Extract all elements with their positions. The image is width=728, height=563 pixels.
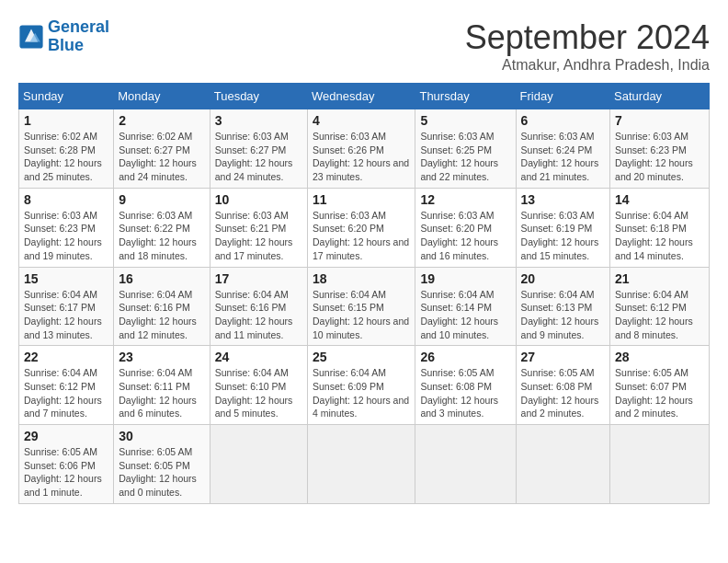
day-info: Sunrise: 6:03 AMSunset: 6:24 PMDaylight:… xyxy=(521,130,606,184)
day-info: Sunrise: 6:04 AMSunset: 6:10 PMDaylight:… xyxy=(215,366,302,420)
calendar-day-cell: 28Sunrise: 6:05 AMSunset: 6:07 PMDayligh… xyxy=(610,346,710,425)
day-info: Sunrise: 6:04 AMSunset: 6:12 PMDaylight:… xyxy=(24,366,108,420)
calendar-day-cell: 6Sunrise: 6:03 AMSunset: 6:24 PMDaylight… xyxy=(516,109,610,189)
day-number: 29 xyxy=(24,429,108,443)
logo-icon xyxy=(18,24,44,50)
calendar-day-cell: 4Sunrise: 6:03 AMSunset: 6:26 PMDaylight… xyxy=(308,109,415,189)
calendar-day-cell: 30Sunrise: 6:05 AMSunset: 6:05 PMDayligh… xyxy=(114,425,210,504)
day-info: Sunrise: 6:02 AMSunset: 6:28 PMDaylight:… xyxy=(24,130,108,184)
day-number: 18 xyxy=(313,271,410,286)
day-number: 26 xyxy=(420,350,510,364)
calendar-week-row: 22Sunrise: 6:04 AMSunset: 6:12 PMDayligh… xyxy=(19,346,710,425)
day-info: Sunrise: 6:02 AMSunset: 6:27 PMDaylight:… xyxy=(119,130,204,184)
day-info: Sunrise: 6:05 AMSunset: 6:08 PMDaylight:… xyxy=(420,366,510,420)
calendar-day-cell: 9Sunrise: 6:03 AMSunset: 6:22 PMDaylight… xyxy=(114,188,210,267)
calendar-day-cell: 21Sunrise: 6:04 AMSunset: 6:12 PMDayligh… xyxy=(610,267,710,346)
calendar-day-cell: 23Sunrise: 6:04 AMSunset: 6:11 PMDayligh… xyxy=(114,346,210,425)
calendar-day-cell: 24Sunrise: 6:04 AMSunset: 6:10 PMDayligh… xyxy=(210,346,307,425)
day-number: 2 xyxy=(119,113,204,128)
calendar-day-cell: 25Sunrise: 6:04 AMSunset: 6:09 PMDayligh… xyxy=(308,346,415,425)
calendar-day-cell: 19Sunrise: 6:04 AMSunset: 6:14 PMDayligh… xyxy=(415,267,516,346)
day-number: 3 xyxy=(215,113,302,128)
col-sunday: Sunday xyxy=(19,84,114,109)
col-wednesday: Wednesday xyxy=(308,84,415,109)
day-info: Sunrise: 6:03 AMSunset: 6:23 PMDaylight:… xyxy=(615,130,704,184)
day-info: Sunrise: 6:04 AMSunset: 6:15 PMDaylight:… xyxy=(313,288,410,342)
calendar-day-cell: 26Sunrise: 6:05 AMSunset: 6:08 PMDayligh… xyxy=(415,346,516,425)
day-number: 4 xyxy=(313,113,410,128)
calendar-day-cell xyxy=(308,425,415,504)
logo: General Blue xyxy=(18,18,109,55)
calendar-week-row: 29Sunrise: 6:05 AMSunset: 6:06 PMDayligh… xyxy=(19,425,710,504)
day-info: Sunrise: 6:03 AMSunset: 6:21 PMDaylight:… xyxy=(215,209,302,263)
calendar-day-cell: 2Sunrise: 6:02 AMSunset: 6:27 PMDaylight… xyxy=(114,109,210,189)
month-title: September 2024 xyxy=(465,18,710,57)
calendar-day-cell: 29Sunrise: 6:05 AMSunset: 6:06 PMDayligh… xyxy=(19,425,114,504)
day-number: 27 xyxy=(521,350,606,364)
day-info: Sunrise: 6:04 AMSunset: 6:09 PMDaylight:… xyxy=(313,366,410,420)
day-info: Sunrise: 6:05 AMSunset: 6:06 PMDaylight:… xyxy=(24,445,108,500)
calendar-header-row: Sunday Monday Tuesday Wednesday Thursday… xyxy=(19,84,710,109)
calendar-day-cell: 27Sunrise: 6:05 AMSunset: 6:08 PMDayligh… xyxy=(516,346,610,425)
day-info: Sunrise: 6:04 AMSunset: 6:11 PMDaylight:… xyxy=(119,366,204,420)
day-number: 15 xyxy=(24,271,108,286)
col-friday: Friday xyxy=(516,84,610,109)
calendar-day-cell: 7Sunrise: 6:03 AMSunset: 6:23 PMDaylight… xyxy=(610,109,710,189)
day-number: 5 xyxy=(420,113,510,128)
calendar-day-cell: 15Sunrise: 6:04 AMSunset: 6:17 PMDayligh… xyxy=(19,267,114,346)
day-info: Sunrise: 6:04 AMSunset: 6:14 PMDaylight:… xyxy=(420,288,510,342)
day-info: Sunrise: 6:03 AMSunset: 6:26 PMDaylight:… xyxy=(313,130,410,184)
day-number: 22 xyxy=(24,350,108,364)
calendar-day-cell: 17Sunrise: 6:04 AMSunset: 6:16 PMDayligh… xyxy=(210,267,307,346)
day-info: Sunrise: 6:03 AMSunset: 6:23 PMDaylight:… xyxy=(24,209,108,263)
page-header: General Blue September 2024 Atmakur, And… xyxy=(18,18,710,74)
calendar-table: Sunday Monday Tuesday Wednesday Thursday… xyxy=(18,83,710,504)
calendar-week-row: 8Sunrise: 6:03 AMSunset: 6:23 PMDaylight… xyxy=(19,188,710,267)
day-number: 20 xyxy=(521,271,606,286)
calendar-day-cell: 1Sunrise: 6:02 AMSunset: 6:28 PMDaylight… xyxy=(19,109,114,189)
day-info: Sunrise: 6:04 AMSunset: 6:16 PMDaylight:… xyxy=(215,288,302,342)
calendar-day-cell: 12Sunrise: 6:03 AMSunset: 6:20 PMDayligh… xyxy=(415,188,516,267)
day-number: 23 xyxy=(119,350,204,364)
day-info: Sunrise: 6:05 AMSunset: 6:07 PMDaylight:… xyxy=(615,366,704,420)
day-info: Sunrise: 6:03 AMSunset: 6:27 PMDaylight:… xyxy=(215,130,302,184)
day-number: 19 xyxy=(420,271,510,286)
day-number: 30 xyxy=(119,429,204,443)
day-info: Sunrise: 6:05 AMSunset: 6:05 PMDaylight:… xyxy=(119,445,204,500)
day-info: Sunrise: 6:04 AMSunset: 6:12 PMDaylight:… xyxy=(615,288,704,342)
logo-text: General Blue xyxy=(48,18,109,55)
col-tuesday: Tuesday xyxy=(210,84,307,109)
calendar-week-row: 1Sunrise: 6:02 AMSunset: 6:28 PMDaylight… xyxy=(19,109,710,189)
location-title: Atmakur, Andhra Pradesh, India xyxy=(465,57,710,74)
day-number: 11 xyxy=(313,192,410,207)
day-info: Sunrise: 6:03 AMSunset: 6:22 PMDaylight:… xyxy=(119,209,204,263)
day-info: Sunrise: 6:05 AMSunset: 6:08 PMDaylight:… xyxy=(521,366,606,420)
day-number: 14 xyxy=(615,192,704,207)
calendar-day-cell: 5Sunrise: 6:03 AMSunset: 6:25 PMDaylight… xyxy=(415,109,516,189)
day-number: 16 xyxy=(119,271,204,286)
calendar-day-cell xyxy=(415,425,516,504)
day-number: 28 xyxy=(615,350,704,364)
calendar-day-cell xyxy=(516,425,610,504)
day-number: 6 xyxy=(521,113,606,128)
day-number: 8 xyxy=(24,192,108,207)
day-number: 21 xyxy=(615,271,704,286)
day-info: Sunrise: 6:04 AMSunset: 6:17 PMDaylight:… xyxy=(24,288,108,342)
calendar-day-cell: 20Sunrise: 6:04 AMSunset: 6:13 PMDayligh… xyxy=(516,267,610,346)
day-number: 17 xyxy=(215,271,302,286)
calendar-day-cell: 13Sunrise: 6:03 AMSunset: 6:19 PMDayligh… xyxy=(516,188,610,267)
calendar-day-cell: 3Sunrise: 6:03 AMSunset: 6:27 PMDaylight… xyxy=(210,109,307,189)
day-info: Sunrise: 6:04 AMSunset: 6:18 PMDaylight:… xyxy=(615,209,704,263)
day-info: Sunrise: 6:04 AMSunset: 6:16 PMDaylight:… xyxy=(119,288,204,342)
col-monday: Monday xyxy=(114,84,210,109)
day-number: 12 xyxy=(420,192,510,207)
calendar-day-cell: 8Sunrise: 6:03 AMSunset: 6:23 PMDaylight… xyxy=(19,188,114,267)
calendar-day-cell xyxy=(610,425,710,504)
title-block: September 2024 Atmakur, Andhra Pradesh, … xyxy=(465,18,710,74)
calendar-day-cell: 10Sunrise: 6:03 AMSunset: 6:21 PMDayligh… xyxy=(210,188,307,267)
calendar-day-cell: 22Sunrise: 6:04 AMSunset: 6:12 PMDayligh… xyxy=(19,346,114,425)
day-number: 7 xyxy=(615,113,704,128)
col-saturday: Saturday xyxy=(610,84,710,109)
day-info: Sunrise: 6:04 AMSunset: 6:13 PMDaylight:… xyxy=(521,288,606,342)
day-info: Sunrise: 6:03 AMSunset: 6:20 PMDaylight:… xyxy=(313,209,410,263)
